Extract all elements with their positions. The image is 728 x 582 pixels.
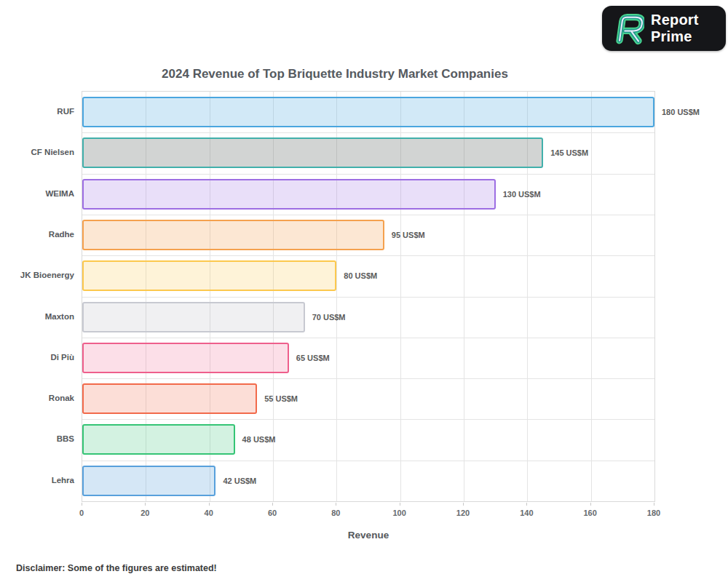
bar-di-pi- <box>82 343 289 373</box>
bar-ruf <box>82 97 654 127</box>
report-prime-logo: Report Prime <box>602 6 726 51</box>
category-label: WEIMA <box>0 173 74 215</box>
x-axis-tick-labels: 020406080100120140160180 <box>82 509 655 520</box>
bar-row: 80 US$M <box>82 255 654 297</box>
x-tick-label: 180 <box>647 509 660 517</box>
bar-row: 42 US$M <box>82 461 654 502</box>
x-tick-label: 160 <box>583 509 596 517</box>
bar-value-label: 180 US$M <box>662 92 700 133</box>
category-label: BBS <box>0 418 74 460</box>
chart-title: 2024 Revenue of Top Briquette Industry M… <box>0 67 670 81</box>
x-tick-label: 60 <box>268 509 277 517</box>
bar-value-label: 70 US$M <box>312 297 346 338</box>
disclaimer-text: Disclaimer: Some of the figures are esti… <box>16 563 217 573</box>
bar-value-label: 42 US$M <box>223 461 256 502</box>
bar-weima <box>82 179 496 210</box>
bar-value-label: 48 US$M <box>242 419 276 461</box>
bar-row: 145 US$M <box>82 132 654 174</box>
x-tick-mark <box>336 503 336 506</box>
bar-row: 130 US$M <box>82 174 654 215</box>
x-tick-mark <box>526 503 527 506</box>
x-tick-mark <box>209 503 210 506</box>
x-axis-title: Revenue <box>82 530 655 541</box>
bar-row: 48 US$M <box>82 419 654 461</box>
brand-line-2: Prime <box>651 28 699 45</box>
x-tick-label: 100 <box>392 509 405 517</box>
bar-row: 95 US$M <box>82 215 654 256</box>
report-prime-r-icon <box>611 12 644 45</box>
bar-value-label: 65 US$M <box>296 338 330 379</box>
y-axis-labels: RUFCF NielsenWEIMARadheJK BioenergyMaxto… <box>0 91 74 502</box>
x-tick-mark <box>400 503 400 506</box>
x-tick-label: 20 <box>141 509 149 517</box>
x-tick-label: 40 <box>205 509 213 517</box>
category-label: Radhe <box>0 214 74 255</box>
category-label: Maxton <box>0 296 74 338</box>
bar-bbs <box>82 424 235 455</box>
bar-value-label: 95 US$M <box>392 215 425 256</box>
category-label: Ronak <box>0 378 74 419</box>
brand-name: Report Prime <box>651 12 699 45</box>
x-tick-mark <box>654 503 654 506</box>
bar-value-label: 145 US$M <box>550 132 588 174</box>
bar-cf-nielsen <box>82 137 543 168</box>
x-tick-mark <box>590 503 591 506</box>
x-tick-label: 0 <box>79 509 84 517</box>
bar-row: 70 US$M <box>82 297 654 338</box>
bar-row: 65 US$M <box>82 338 654 379</box>
plot-area: 180 US$M145 US$M130 US$M95 US$M80 US$M70… <box>82 91 655 502</box>
bar-lehra <box>82 466 215 496</box>
bar-ronak <box>82 383 257 414</box>
category-label: RUF <box>0 91 74 132</box>
bar-row: 180 US$M <box>82 92 654 133</box>
x-tick-mark <box>145 503 146 506</box>
bar-radhe <box>82 220 384 250</box>
bar-jk-bioenergy <box>82 260 336 291</box>
x-tick-label: 140 <box>520 509 533 517</box>
bar-value-label: 80 US$M <box>344 255 377 297</box>
x-tick-mark <box>463 503 464 506</box>
category-label: Lehra <box>0 460 74 501</box>
x-tick-label: 120 <box>456 509 470 517</box>
bar-row: 55 US$M <box>82 378 654 420</box>
brand-line-1: Report <box>651 12 699 28</box>
category-label: JK Bioenergy <box>0 255 74 296</box>
category-label: CF Nielsen <box>0 132 74 173</box>
bar-value-label: 55 US$M <box>264 378 298 420</box>
x-tick-label: 80 <box>331 509 340 517</box>
bar-maxton <box>82 302 305 332</box>
category-label: Di Più <box>0 337 74 378</box>
x-tick-mark <box>82 503 82 506</box>
chart-canvas: Report Prime 2024 Revenue of Top Briquet… <box>0 0 728 582</box>
bar-value-label: 130 US$M <box>503 174 541 215</box>
x-tick-mark <box>272 503 273 506</box>
